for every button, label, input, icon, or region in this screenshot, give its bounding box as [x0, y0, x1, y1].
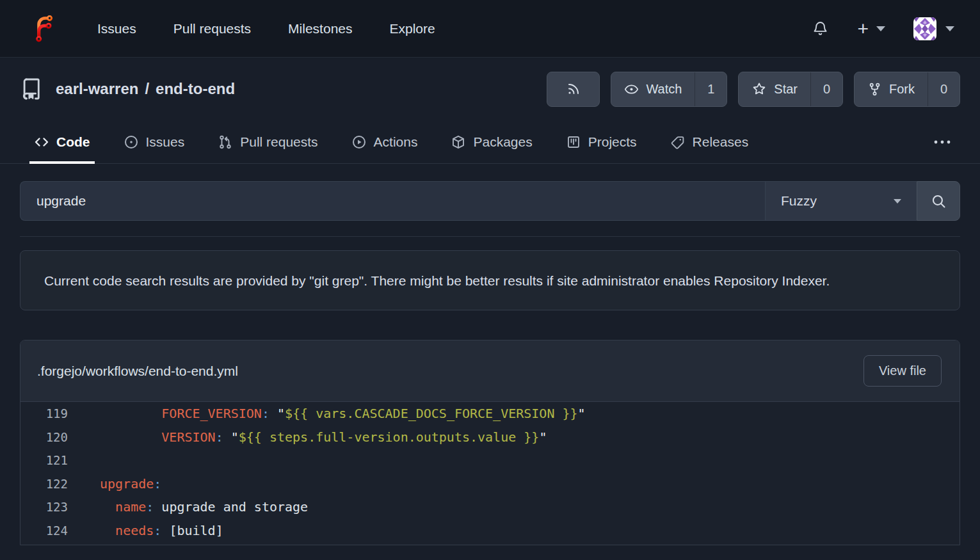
- tab-issues[interactable]: Issues: [122, 120, 187, 163]
- search-mode-value: Fuzzy: [781, 193, 817, 209]
- watch-button-group: Watch 1: [611, 72, 727, 107]
- repo-separator: /: [145, 80, 149, 98]
- tab-pull-requests-label: Pull requests: [240, 134, 317, 150]
- code-line: 120 VERSION: "${{ steps.full-version.out…: [20, 426, 960, 449]
- chevron-down-icon: [894, 199, 901, 204]
- code-text: VERSION: "${{ steps.full-version.outputs…: [100, 429, 547, 445]
- fork-button[interactable]: Fork: [855, 72, 928, 106]
- star-icon: [751, 81, 767, 97]
- nav-link-explore[interactable]: Explore: [390, 21, 435, 36]
- nav-link-issues[interactable]: Issues: [97, 21, 136, 36]
- project-icon: [566, 134, 581, 150]
- kebab-horizontal-icon: [933, 134, 952, 150]
- repo-book-icon: [20, 77, 44, 101]
- line-number: 122: [20, 477, 68, 491]
- watch-count[interactable]: 1: [695, 72, 727, 106]
- avatar-identicon: [913, 17, 936, 40]
- section-divider: [20, 236, 960, 237]
- star-button-group: Star 0: [738, 72, 843, 107]
- package-icon: [451, 134, 466, 150]
- play-icon: [351, 134, 367, 150]
- code-line: 123 name: upgrade and storage: [20, 495, 960, 519]
- fork-icon: [867, 82, 882, 97]
- tab-packages[interactable]: Packages: [449, 120, 534, 163]
- line-number: 121: [20, 453, 68, 467]
- tab-releases-label: Releases: [693, 134, 749, 150]
- indexer-notice-text: Current code search results are provided…: [44, 273, 830, 288]
- nav-link-pull-requests[interactable]: Pull requests: [173, 21, 251, 36]
- star-count[interactable]: 0: [810, 72, 842, 106]
- chevron-down-icon: [945, 26, 954, 31]
- search-input[interactable]: [20, 181, 765, 221]
- star-button[interactable]: Star: [739, 72, 810, 106]
- fork-label: Fork: [889, 82, 915, 97]
- code-text: name: upgrade and storage: [100, 499, 308, 515]
- tab-code[interactable]: Code: [32, 120, 92, 163]
- rss-feed-button[interactable]: [547, 72, 600, 107]
- indexer-notice: Current code search results are provided…: [20, 250, 960, 310]
- tab-actions[interactable]: Actions: [349, 120, 420, 163]
- watch-label: Watch: [646, 82, 682, 97]
- navbar-links: Issues Pull requests Milestones Explore: [97, 21, 435, 36]
- tab-projects[interactable]: Projects: [564, 120, 639, 163]
- line-number: 119: [20, 406, 68, 420]
- tab-packages-label: Packages: [473, 134, 532, 150]
- tab-projects-label: Projects: [588, 134, 637, 150]
- issue-icon: [124, 134, 139, 150]
- fork-count[interactable]: 0: [928, 72, 960, 106]
- pull-request-icon: [218, 134, 233, 150]
- tag-icon: [670, 134, 686, 150]
- plus-icon: +: [857, 19, 869, 38]
- create-new-button[interactable]: +: [857, 19, 885, 38]
- line-number: 124: [20, 524, 68, 538]
- code-text: FORCE_VERSION: "${{ vars.CASCADE_DOCS_FO…: [100, 406, 586, 421]
- user-menu-button[interactable]: [913, 17, 954, 40]
- eye-icon: [624, 82, 639, 97]
- repo-title: earl-warren / end-to-end: [56, 80, 235, 98]
- rss-icon: [566, 81, 581, 97]
- bell-icon: [812, 20, 829, 37]
- forgejo-logo[interactable]: [31, 15, 58, 42]
- code-text: upgrade:: [100, 476, 161, 492]
- nav-link-milestones[interactable]: Milestones: [288, 21, 352, 36]
- repo-name-link[interactable]: end-to-end: [156, 80, 235, 98]
- watch-button[interactable]: Watch: [611, 72, 695, 106]
- tab-code-label: Code: [56, 134, 90, 150]
- search-mode-select[interactable]: Fuzzy: [765, 181, 917, 221]
- search-result-card: .forgejo/workflows/end-to-end.yml View f…: [20, 340, 960, 545]
- tab-actions-label: Actions: [374, 134, 418, 150]
- repo-action-buttons: Watch 1 Star 0 Fork 0: [547, 72, 960, 107]
- result-file-path[interactable]: .forgejo/workflows/end-to-end.yml: [37, 364, 238, 379]
- line-number: 123: [20, 500, 68, 514]
- line-number: 120: [20, 430, 68, 444]
- tab-releases[interactable]: Releases: [668, 120, 751, 163]
- result-file-header: .forgejo/workflows/end-to-end.yml View f…: [20, 340, 960, 402]
- code-line: 122upgrade:: [20, 472, 960, 496]
- tab-overflow-button[interactable]: [933, 120, 952, 163]
- repo-tab-bar: Code Issues Pull requests Actions Packag…: [0, 120, 980, 164]
- fork-button-group: Fork 0: [854, 72, 960, 107]
- repo-header: earl-warren / end-to-end Watch 1: [0, 58, 980, 120]
- code-line: 119 FORCE_VERSION: "${{ vars.CASCADE_DOC…: [20, 402, 960, 426]
- tab-issues-label: Issues: [146, 134, 185, 150]
- code-block: 119 FORCE_VERSION: "${{ vars.CASCADE_DOC…: [20, 402, 960, 545]
- code-text: needs: [build]: [100, 523, 223, 538]
- search-button[interactable]: [917, 181, 960, 221]
- top-navbar: Issues Pull requests Milestones Explore …: [0, 0, 980, 58]
- navbar-right: +: [812, 17, 954, 40]
- chevron-down-icon: [876, 26, 885, 31]
- code-icon: [34, 134, 49, 150]
- repo-owner-link[interactable]: earl-warren: [56, 80, 138, 98]
- notifications-button[interactable]: [812, 20, 829, 37]
- avatar: [913, 17, 936, 40]
- code-line: 124 needs: [build]: [20, 519, 960, 543]
- view-file-button[interactable]: View file: [864, 355, 942, 387]
- star-label: Star: [774, 82, 798, 97]
- code-search-bar: Fuzzy: [20, 181, 960, 221]
- tab-pull-requests[interactable]: Pull requests: [216, 120, 319, 163]
- forgejo-logo-icon: [31, 15, 58, 42]
- search-icon: [931, 193, 947, 209]
- code-line: 121: [20, 449, 960, 472]
